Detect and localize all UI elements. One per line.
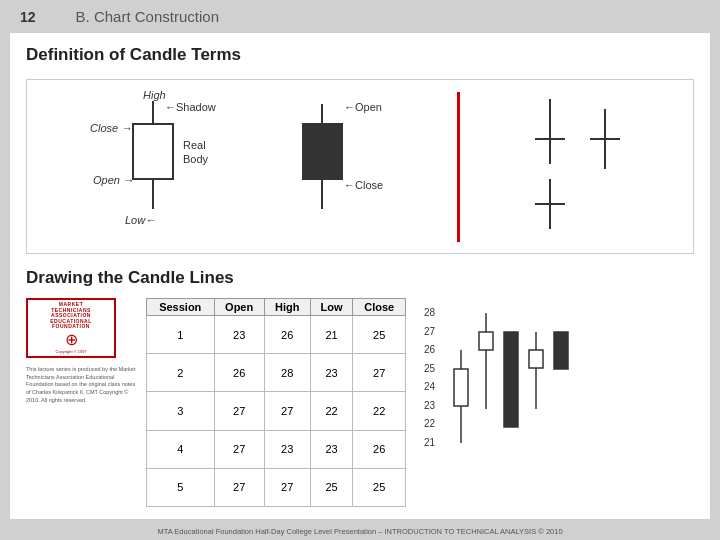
- cell-col-0: 1: [147, 316, 215, 354]
- cell-col-0: 3: [147, 392, 215, 430]
- page: 12 B. Chart Construction Definition of C…: [0, 0, 720, 540]
- black-candle-svg: ←Open ←Close: [302, 89, 392, 244]
- cell-col-2: 28: [264, 354, 310, 392]
- table-row: 226282327: [147, 354, 406, 392]
- cell-col-2: 27: [264, 392, 310, 430]
- logo-box: MARKETTECHNICIANSASSOCIATIONEDUCATIONALF…: [26, 298, 116, 358]
- cell-col-4: 26: [353, 430, 406, 468]
- y-label-23: 23: [424, 400, 436, 411]
- candle-diagram: High ←Shadow Close → Real Body Open → Lo…: [26, 79, 694, 254]
- left-info: MARKETTECHNICIANSASSOCIATIONEDUCATIONALF…: [26, 298, 136, 507]
- data-table: Session Open High Low Close 123262125226…: [146, 298, 406, 507]
- cell-col-4: 25: [353, 468, 406, 506]
- candle-2: [479, 313, 493, 409]
- y-label-27: 27: [424, 326, 436, 337]
- table-and-chart: Session Open High Low Close 123262125226…: [146, 298, 694, 507]
- y-label-28: 28: [424, 307, 436, 318]
- table-row: 527272525: [147, 468, 406, 506]
- shadow-label: ←Shadow: [165, 101, 216, 113]
- col-low: Low: [310, 299, 353, 316]
- cell-col-4: 25: [353, 316, 406, 354]
- svg-rect-15: [454, 369, 468, 406]
- page-number: 12: [20, 9, 36, 25]
- open-label-top: ←Open: [344, 101, 382, 113]
- white-candle-body: [133, 124, 173, 179]
- high-label: High: [143, 89, 166, 101]
- cell-col-0: 2: [147, 354, 215, 392]
- logo-copyright: Copyright © 1997: [55, 349, 86, 354]
- logo-text-top: MARKETTECHNICIANSASSOCIATIONEDUCATIONALF…: [50, 302, 92, 330]
- info-text: This lecture series is produced by the M…: [26, 366, 136, 404]
- white-candle-svg: High ←Shadow Close → Real Body Open → Lo…: [75, 89, 245, 244]
- real-body-label: Real: [183, 139, 206, 151]
- cell-col-1: 27: [214, 468, 264, 506]
- close-label-top: Close →: [90, 122, 132, 134]
- close-label-bottom: ←Close: [344, 179, 383, 191]
- svg-rect-18: [479, 332, 493, 350]
- cell-col-4: 27: [353, 354, 406, 392]
- svg-rect-24: [529, 350, 543, 368]
- y-label-22: 22: [424, 418, 436, 429]
- footer-text: MTA Educational Foundation Half-Day Coll…: [10, 524, 710, 540]
- cell-col-1: 23: [214, 316, 264, 354]
- black-candle-body: [302, 124, 342, 179]
- cell-col-3: 25: [310, 468, 353, 506]
- cell-col-2: 27: [264, 468, 310, 506]
- drawing-title: Drawing the Candle Lines: [26, 268, 694, 288]
- cell-col-0: 5: [147, 468, 215, 506]
- svg-rect-21: [504, 332, 518, 427]
- cell-col-2: 26: [264, 316, 310, 354]
- table-row: 327272222: [147, 392, 406, 430]
- definition-title: Definition of Candle Terms: [26, 45, 694, 65]
- chart-area: .y-label { font-size: 10px; font-family:…: [416, 298, 694, 507]
- cell-col-0: 4: [147, 430, 215, 468]
- col-high: High: [264, 299, 310, 316]
- col-close: Close: [353, 299, 406, 316]
- real-body-label2: Body: [183, 153, 209, 165]
- open-label-bottom: Open →: [93, 174, 134, 186]
- y-label-24: 24: [424, 381, 436, 392]
- cell-col-1: 27: [214, 392, 264, 430]
- content-area: Definition of Candle Terms High ←Shadow …: [10, 33, 710, 519]
- bottom-section: MARKETTECHNICIANSASSOCIATIONEDUCATIONALF…: [26, 298, 694, 507]
- right-candles-svg: [525, 89, 645, 244]
- table-row: 123262125: [147, 316, 406, 354]
- candle-3: [504, 332, 518, 427]
- cell-col-1: 27: [214, 430, 264, 468]
- candle-5: [554, 332, 568, 369]
- y-label-26: 26: [424, 344, 436, 355]
- header-bar: 12 B. Chart Construction: [0, 0, 720, 33]
- col-session: Session: [147, 299, 215, 316]
- cell-col-2: 23: [264, 430, 310, 468]
- low-label: Low←: [125, 214, 156, 226]
- col-open: Open: [214, 299, 264, 316]
- section-title: B. Chart Construction: [76, 8, 219, 25]
- table-row: 427232326: [147, 430, 406, 468]
- cell-col-3: 23: [310, 430, 353, 468]
- svg-rect-27: [554, 332, 568, 369]
- cell-col-3: 22: [310, 392, 353, 430]
- candle-4: [529, 332, 543, 409]
- cell-col-3: 23: [310, 354, 353, 392]
- cell-col-3: 21: [310, 316, 353, 354]
- cell-col-4: 22: [353, 392, 406, 430]
- red-divider: [457, 92, 460, 242]
- candle-1: [454, 350, 468, 443]
- cell-col-1: 26: [214, 354, 264, 392]
- y-label-21: 21: [424, 437, 436, 448]
- y-label-25: 25: [424, 363, 436, 374]
- logo-emblem: ⊕: [65, 330, 78, 349]
- candle-chart: .y-label { font-size: 10px; font-family:…: [416, 298, 581, 458]
